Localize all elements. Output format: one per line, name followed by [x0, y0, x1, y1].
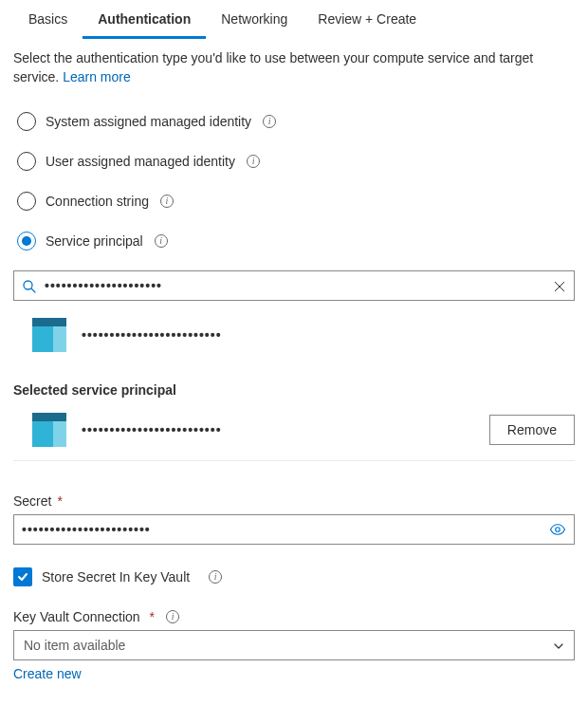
key-vault-connection-select[interactable]: No item available — [13, 630, 575, 660]
required-indicator: * — [150, 609, 155, 624]
radio-label: Connection string — [46, 194, 149, 209]
radio-label: User assigned managed identity — [46, 154, 235, 169]
tab-bar: Basics Authentication Networking Review … — [13, 4, 575, 39]
info-icon[interactable]: i — [155, 234, 168, 248]
tab-basics[interactable]: Basics — [13, 4, 83, 39]
clear-icon[interactable] — [553, 278, 566, 293]
svg-point-0 — [24, 281, 32, 289]
selected-principal-heading: Selected service principal — [13, 382, 575, 398]
tab-networking[interactable]: Networking — [206, 4, 303, 39]
svg-rect-6 — [53, 326, 66, 352]
reveal-password-icon[interactable] — [549, 521, 566, 538]
chevron-down-icon — [553, 638, 564, 653]
info-icon[interactable]: i — [166, 610, 179, 623]
key-vault-connection-label: Key Vault Connection * i — [13, 609, 575, 624]
secret-input-value: ••••••••••••••••••••••• — [22, 522, 542, 537]
svg-rect-5 — [32, 326, 53, 352]
search-result-item[interactable]: ••••••••••••••••••••••••• — [13, 312, 575, 358]
secret-label: Secret * — [13, 493, 575, 509]
create-new-link[interactable]: Create new — [13, 666, 82, 681]
app-tile-icon — [32, 413, 66, 447]
search-result-label: ••••••••••••••••••••••••• — [82, 327, 222, 343]
radio-icon — [17, 232, 36, 251]
search-icon — [22, 277, 37, 293]
search-input-value: ••••••••••••••••••••• — [45, 278, 545, 293]
svg-point-10 — [556, 528, 560, 532]
info-icon[interactable]: i — [209, 570, 222, 584]
intro-text: Select the authentication type you'd lik… — [13, 48, 575, 86]
store-in-keyvault-checkbox[interactable]: Store Secret In Key Vault i — [13, 567, 575, 586]
info-icon[interactable]: i — [160, 195, 174, 208]
store-in-keyvault-label: Store Secret In Key Vault — [42, 569, 190, 585]
select-value: No item available — [24, 638, 545, 653]
info-icon[interactable]: i — [263, 115, 276, 128]
learn-more-link[interactable]: Learn more — [63, 69, 131, 84]
radio-icon — [17, 152, 36, 171]
kv-label-text: Key Vault Connection — [13, 609, 140, 624]
radio-service-principal[interactable]: Service principal i — [17, 229, 575, 253]
tab-review-create[interactable]: Review + Create — [303, 4, 432, 39]
radio-label: System assigned managed identity — [46, 114, 251, 129]
required-indicator: * — [57, 493, 62, 509]
checkbox-checked-icon — [13, 567, 32, 586]
radio-connection-string[interactable]: Connection string i — [17, 189, 575, 213]
secret-input[interactable]: ••••••••••••••••••••••• — [13, 514, 575, 545]
app-tile-icon — [32, 318, 66, 352]
remove-button[interactable]: Remove — [489, 415, 575, 445]
secret-label-text: Secret — [13, 493, 51, 509]
selected-principal-label: ••••••••••••••••••••••••• — [82, 422, 489, 437]
tab-authentication[interactable]: Authentication — [83, 4, 206, 39]
svg-rect-9 — [53, 421, 66, 447]
svg-rect-7 — [32, 413, 66, 421]
service-principal-search[interactable]: ••••••••••••••••••••• — [13, 270, 575, 301]
svg-line-1 — [31, 288, 35, 292]
svg-rect-8 — [32, 421, 53, 447]
selected-principal-row: ••••••••••••••••••••••••• Remove — [13, 407, 575, 461]
auth-type-radiogroup: System assigned managed identity i User … — [17, 109, 575, 253]
radio-system-assigned[interactable]: System assigned managed identity i — [17, 109, 575, 134]
radio-icon — [17, 112, 36, 131]
info-icon[interactable]: i — [247, 155, 260, 168]
radio-icon — [17, 192, 36, 211]
radio-user-assigned[interactable]: User assigned managed identity i — [17, 149, 575, 174]
svg-rect-4 — [32, 318, 66, 326]
radio-label: Service principal — [46, 233, 143, 249]
